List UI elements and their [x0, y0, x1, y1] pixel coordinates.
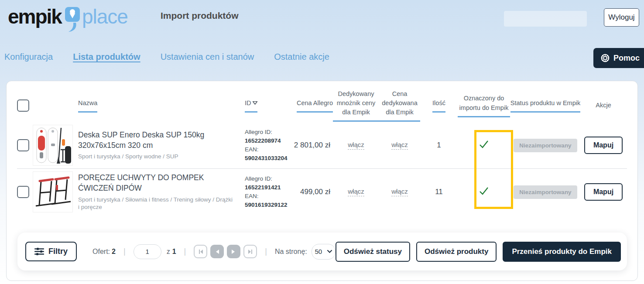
- offers-count: Ofert:2: [92, 248, 116, 256]
- column-header-cena-dedykowana[interactable]: Cena dedykowana dla Empik: [379, 89, 420, 122]
- select-all-checkbox[interactable]: [17, 99, 29, 112]
- refresh-statuses-button[interactable]: Odśwież statusy: [336, 242, 410, 262]
- chevron-down-icon: [327, 250, 332, 253]
- product-name: Deska SUP Enero Deska SUP 150kg 320x76x1…: [78, 130, 233, 151]
- column-header-oznaczony[interactable]: Oznaczony do importu do Empik: [458, 94, 510, 117]
- column-header-ilosc[interactable]: Ilość: [432, 99, 445, 113]
- check-icon: [478, 144, 490, 151]
- marked-for-import-cell: [458, 139, 510, 152]
- main-nav: Konfiguracja Lista produktów Ustawienia …: [4, 52, 329, 62]
- previous-page-button[interactable]: [210, 245, 224, 258]
- status-badge: Niezaimportowany: [514, 185, 577, 199]
- product-ids: Allegro ID: 16522191421 EAN: 59016193291…: [245, 175, 289, 210]
- tab-ostatnie-akcje[interactable]: Ostatnie akcje: [274, 52, 329, 62]
- allegro-id-value: 16522191421: [245, 184, 281, 191]
- logo-text-place: place: [82, 5, 128, 28]
- quantity-value: 11: [420, 188, 458, 196]
- marked-for-import-cell: [458, 185, 510, 198]
- column-header-mnoznik[interactable]: Dedykowany mnożnik ceny dla Empik: [333, 89, 379, 122]
- product-ids: Allegro ID: 16522208974 EAN: 59024310332…: [245, 128, 289, 163]
- enable-multiplier-link[interactable]: włącz: [348, 141, 364, 150]
- last-page-button[interactable]: [243, 245, 257, 258]
- allegro-id-value: 16522208974: [245, 137, 281, 144]
- table-row: PORĘCZE UCHWYTY DO POMPEK ĆWICZEŃ DIPÓW …: [17, 168, 627, 215]
- sort-desc-icon: [253, 98, 257, 107]
- transfer-products-button[interactable]: Przenieś produkty do Empik: [503, 242, 621, 262]
- table-header-row: Nazwa ID Cena Allegro Dedykowany mnożnik…: [17, 89, 627, 122]
- product-category: Sport i turystyka / Siłownia i fitness /…: [78, 196, 233, 211]
- logo-text-empik: empik: [8, 5, 62, 28]
- per-page-label: Na stronę:: [275, 248, 307, 256]
- product-image-dip-bars: [33, 171, 73, 212]
- per-page-select[interactable]: 50: [312, 244, 336, 260]
- filters-button[interactable]: Filtry: [25, 242, 77, 261]
- filters-button-label: Filtry: [48, 247, 68, 256]
- sliders-icon: [34, 247, 44, 256]
- row-checkbox[interactable]: [17, 186, 29, 198]
- logout-button[interactable]: Wyloguj: [604, 8, 639, 27]
- map-button[interactable]: Mapuj: [584, 183, 623, 201]
- enable-dedicated-price-link[interactable]: włącz: [391, 188, 408, 196]
- footer-actions: Odśwież statusy Odśwież produkty Przenie…: [336, 242, 621, 262]
- allegro-price: 2 801,00 zł: [289, 141, 333, 150]
- refresh-products-button[interactable]: Odśwież produkty: [416, 242, 497, 262]
- tab-lista-produktow[interactable]: Lista produktów: [73, 52, 140, 62]
- life-ring-icon: [600, 53, 610, 63]
- divider: |: [184, 247, 186, 256]
- total-pages: z1: [167, 248, 176, 256]
- check-icon: [478, 191, 490, 198]
- map-pin-icon: [64, 6, 81, 35]
- map-button[interactable]: Mapuj: [584, 137, 623, 154]
- products-table: Nazwa ID Cena Allegro Dedykowany mnożnik…: [7, 81, 637, 215]
- header-highlight-decoration: [504, 11, 587, 27]
- column-header-status[interactable]: Status produktu w Empik: [510, 99, 580, 113]
- column-header-akcje: Akcje: [596, 102, 611, 109]
- product-image-sup-board-set: [33, 125, 73, 166]
- page-title: Import produktów: [161, 10, 238, 21]
- enable-multiplier-link[interactable]: włącz: [348, 188, 364, 196]
- tab-konfiguracja[interactable]: Konfiguracja: [4, 52, 53, 62]
- import-products-page: empik place Import produktów Wyloguj Kon…: [0, 0, 644, 284]
- quantity-value: 1: [420, 141, 458, 150]
- next-page-button[interactable]: [227, 245, 240, 258]
- ean-value: 5901619329122: [245, 202, 288, 208]
- help-button-label: Pomoc: [613, 54, 640, 63]
- pagination: [194, 245, 257, 258]
- help-button[interactable]: Pomoc: [593, 48, 644, 68]
- column-header-id[interactable]: ID: [245, 99, 257, 113]
- ean-value: 5902431033204: [245, 155, 288, 161]
- column-header-nazwa[interactable]: Nazwa: [78, 99, 97, 113]
- product-category: Sport i turystyka / Sporty wodne / SUP: [78, 153, 233, 161]
- tab-ustawienia-cen[interactable]: Ustawienia cen i stanów: [161, 52, 254, 62]
- empik-place-logo[interactable]: empik place: [8, 3, 128, 31]
- per-page-value: 50: [315, 248, 322, 255]
- divider: |: [265, 247, 267, 256]
- footer-toolbar: Filtry Ofert:2 | z1 | | Na stronę:: [17, 233, 627, 270]
- column-header-cena-allegro[interactable]: Cena Allegro: [297, 99, 333, 113]
- divider: |: [123, 247, 126, 256]
- status-badge: Niezaimportowany: [514, 139, 577, 152]
- enable-dedicated-price-link[interactable]: włącz: [391, 141, 408, 150]
- table-row: Deska SUP Enero Deska SUP 150kg 320x76x1…: [17, 122, 627, 168]
- allegro-price: 499,00 zł: [289, 188, 333, 196]
- first-page-button[interactable]: [194, 245, 207, 258]
- row-checkbox[interactable]: [17, 139, 29, 151]
- page-number-input[interactable]: [134, 244, 161, 259]
- product-name: PORĘCZE UCHWYTY DO POMPEK ĆWICZEŃ DIPÓW: [78, 173, 233, 193]
